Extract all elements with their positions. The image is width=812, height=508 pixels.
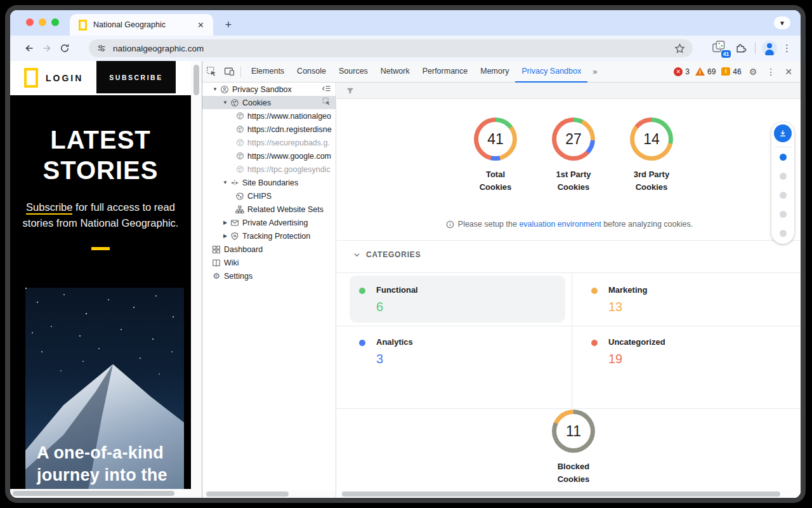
address-bar[interactable]: nationalgeographic.com <box>89 39 693 57</box>
page-heading: LATEST STORIES <box>10 124 191 185</box>
close-window-button[interactable] <box>26 18 34 26</box>
subscribe-button[interactable]: SUBSCRIBE <box>96 61 176 93</box>
sidebar-item-cookie-origin[interactable]: https://cdn.registerdisne <box>202 123 336 136</box>
sidebar-horizontal-scrollbar-thumb[interactable] <box>206 491 289 497</box>
tab-network[interactable]: Network <box>374 61 416 83</box>
forward-button[interactable] <box>38 39 56 57</box>
sidebar-item-related-website-sets[interactable]: Related Website Sets <box>202 203 336 216</box>
divider <box>240 66 241 77</box>
sidebar-item-privacy-sandbox[interactable]: ▼ Privacy Sandbox <box>202 83 336 96</box>
sidebar-item-cookie-origin[interactable]: https://securepubads.g. <box>202 136 336 149</box>
inspect-frame-icon[interactable] <box>322 97 331 108</box>
categories-section-header[interactable]: CATEGORIES <box>353 250 421 259</box>
chips-cookie-icon <box>235 191 245 201</box>
tab-search-chevron-icon[interactable]: ▼ <box>774 17 790 29</box>
download-report-button[interactable] <box>774 124 792 142</box>
sidebar-item-dashboard[interactable]: Dashboard <box>202 243 336 256</box>
natgeo-logo[interactable] <box>24 68 38 88</box>
console-warnings-badge[interactable]: !69 <box>695 67 716 76</box>
category-functional[interactable]: Functional 6 <box>337 274 546 325</box>
inspect-element-button[interactable] <box>202 64 220 80</box>
maximize-window-button[interactable] <box>51 18 59 26</box>
devtools-menu-button[interactable]: ⋮ <box>764 67 777 77</box>
profile-button[interactable] <box>761 39 778 57</box>
section-dot-1[interactable] <box>780 154 787 161</box>
tab-strip: National Geographic ✕ + ▼ <box>10 10 801 36</box>
reload-button[interactable] <box>56 39 74 57</box>
new-tab-button[interactable]: + <box>219 16 237 34</box>
sidebar-item-private-advertising[interactable]: ▶ Private Advertising <box>202 216 336 229</box>
sidebar-item-settings[interactable]: ⚙ Settings <box>202 269 336 283</box>
browser-window: National Geographic ✕ + ▼ nationalgeogra… <box>10 10 801 498</box>
avatar <box>762 41 777 56</box>
tab-privacy-sandbox[interactable]: Privacy Sandbox <box>515 61 587 83</box>
section-dot-2[interactable] <box>780 173 787 180</box>
tab-memory[interactable]: Memory <box>474 61 515 83</box>
tab-performance[interactable]: Performance <box>416 61 475 83</box>
sitemap-icon <box>235 204 245 215</box>
chevron-collapsed-icon[interactable]: ▶ <box>222 220 228 225</box>
divider <box>755 43 756 54</box>
page-horizontal-scrollbar-thumb[interactable] <box>13 491 174 496</box>
story-card[interactable]: A one-of-a-kind journey into the Amazon <box>25 288 184 498</box>
category-analytics[interactable]: Analytics 3 <box>337 326 546 377</box>
issues-badge[interactable]: !46 <box>721 67 741 76</box>
sidebar-item-cookie-origin[interactable]: https://tpc.googlesyndic <box>202 163 336 176</box>
section-dot-5[interactable] <box>780 230 787 237</box>
sidebar-item-cookies[interactable]: ▼ Cookies <box>202 96 336 109</box>
extensions-button[interactable] <box>732 39 750 57</box>
total-cookies-donut: 41 TotalCookies <box>461 117 530 194</box>
tab-elements[interactable]: Elements <box>245 61 291 83</box>
setup-info-note: Please setup the evaluation environment … <box>337 220 801 229</box>
page-vertical-scrollbar[interactable] <box>191 61 202 489</box>
main-horizontal-scrollbar-thumb[interactable] <box>342 491 780 497</box>
cookie-count-badge: 41 <box>721 50 731 58</box>
page-subscribe-text: Subscribe for full access to read storie… <box>10 199 191 231</box>
login-button[interactable]: LOGIN <box>46 73 83 83</box>
filter-button[interactable] <box>343 83 357 99</box>
main-horizontal-scrollbar[interactable] <box>337 490 801 498</box>
sidebar-item-cookie-origin[interactable]: https://www.google.com <box>202 149 336 163</box>
sidebar-item-wiki[interactable]: Wiki <box>202 256 336 269</box>
bookmark-star-button[interactable] <box>672 41 686 55</box>
section-dot-3[interactable] <box>780 192 787 199</box>
category-uncategorized[interactable]: Uncategorized 19 <box>569 326 778 377</box>
sidebar-item-cookie-origin[interactable]: https://www.nationalgeo <box>202 109 336 123</box>
devtools-settings-button[interactable]: ⚙ <box>747 67 759 77</box>
cookies-landing-content: 41 TotalCookies 27 1st PartyCookies 14 3… <box>337 99 801 498</box>
category-marketing[interactable]: Marketing 13 <box>569 274 778 325</box>
tracking-protection-shield-icon <box>230 231 240 241</box>
chrome-menu-button[interactable]: ⋮ <box>778 43 801 54</box>
back-button[interactable] <box>20 39 38 57</box>
reload-icon <box>60 43 70 53</box>
collapse-sidebar-icon[interactable] <box>322 84 331 95</box>
tab-sources[interactable]: Sources <box>332 61 374 83</box>
chevron-expanded-icon[interactable]: ▼ <box>212 86 218 92</box>
more-tabs-button[interactable]: » <box>587 67 602 76</box>
tab-console[interactable]: Console <box>291 61 332 83</box>
sidebar-horizontal-scrollbar[interactable] <box>202 490 336 498</box>
cookie-analysis-extension-button[interactable]: 41 <box>712 40 728 57</box>
chevron-expanded-icon[interactable]: ▼ <box>222 180 228 185</box>
tab-title: National Geographic <box>93 20 195 29</box>
page-horizontal-scrollbar[interactable] <box>10 489 202 498</box>
chevron-expanded-icon[interactable]: ▼ <box>222 100 228 105</box>
chevron-collapsed-icon[interactable]: ▶ <box>222 233 228 239</box>
privacy-sandbox-main-panel: 41 TotalCookies 27 1st PartyCookies 14 3… <box>337 83 801 498</box>
sidebar-item-site-boundaries[interactable]: ▼ Site Boundaries <box>202 176 336 189</box>
sidebar-item-chips[interactable]: CHIPS <box>202 189 336 203</box>
back-icon <box>24 43 34 53</box>
console-errors-badge[interactable]: ✕3 <box>674 67 690 76</box>
tab-close-icon[interactable]: ✕ <box>195 19 207 31</box>
section-dot-4[interactable] <box>780 211 787 218</box>
devtools-close-button[interactable]: ✕ <box>783 67 794 77</box>
page-vertical-scrollbar-thumb[interactable] <box>193 65 199 95</box>
device-toolbar-button[interactable] <box>220 64 238 80</box>
browser-tab[interactable]: National Geographic ✕ <box>70 14 213 36</box>
evaluation-environment-link[interactable]: evaluation environment <box>519 220 601 229</box>
minimize-window-button[interactable] <box>39 18 46 26</box>
subscribe-link[interactable]: Subscribe <box>26 201 72 215</box>
sidebar-item-tracking-protection[interactable]: ▶ Tracking Protection <box>202 229 336 243</box>
cookie-icon <box>235 111 245 121</box>
privacy-sandbox-icon <box>219 84 230 95</box>
